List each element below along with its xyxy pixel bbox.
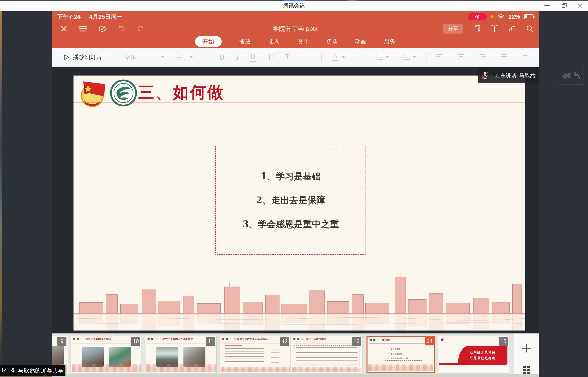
thumbnail-text-lines [225, 348, 264, 365]
slide-thumbnail-10[interactable]: 一、研究生支教团项目介绍 10 [71, 336, 142, 373]
slide-thumbnail-13[interactable]: 二、提升一体素质能力 13 [291, 336, 362, 373]
thumbnail-dashed-box [294, 345, 360, 365]
line-spacing-icon [523, 55, 527, 59]
thumbnail-rule [293, 343, 361, 343]
slide-thumbnail-12[interactable]: 一、宁夏大学支教团工作基本情况 12 [220, 336, 291, 373]
tab-services[interactable]: 服务 [384, 38, 396, 46]
slide-number-badge: 9 [57, 337, 67, 346]
subscript-button[interactable]: T. [285, 53, 290, 62]
filmstrip-side-panel [514, 333, 539, 377]
thumbnail-skyline [221, 367, 290, 372]
battery-icon [524, 14, 533, 19]
screen-recording-indicator[interactable] [468, 13, 487, 20]
redo-button[interactable] [137, 24, 145, 33]
chevron-down-icon [413, 56, 416, 58]
tab-home[interactable]: 开始 [195, 36, 222, 47]
ink-pen-button[interactable] [508, 24, 516, 33]
tab-design[interactable]: 设计 [297, 38, 309, 46]
thumbnail-rule [147, 343, 215, 343]
numbered-list-icon [403, 55, 410, 60]
mini-logo-green [297, 338, 299, 340]
font-color-label: A [333, 53, 337, 59]
toolbar-divider [426, 53, 427, 62]
reading-view-button[interactable] [490, 24, 499, 33]
slide-thumbnail-15[interactable]: 追风赶月莫停留 平芜尽处是春山 15 [438, 336, 509, 373]
tab-transition[interactable]: 切换 [326, 38, 338, 46]
thumbnail-photo [82, 347, 104, 367]
tab-animation[interactable]: 动画 [355, 38, 367, 46]
close-button[interactable] [575, 1, 585, 10]
play-icon [64, 54, 69, 60]
meeting-logo-and-back-icon [560, 70, 581, 81]
thumbnail-rule [72, 343, 140, 343]
mini-logo-red [222, 338, 224, 340]
menu-button[interactable] [79, 24, 87, 33]
minimize-button[interactable] [542, 1, 552, 10]
mini-logo-red [147, 338, 150, 340]
thumbnail-title: 一、宁夏大学支教团工作基本情况 [155, 337, 193, 341]
slide-thumbnail-11[interactable]: 一、宁夏大学支教团工作基本情况 11 [146, 336, 216, 373]
minimize-icon [544, 5, 550, 6]
wifi-icon [498, 14, 505, 20]
thumbnail-skyline [146, 364, 215, 372]
thumbnail-banner-bar [439, 363, 469, 365]
play-slideshow-button[interactable]: 播放幻灯片 [64, 48, 102, 66]
share-button[interactable]: 分享 [442, 24, 463, 34]
search-button[interactable] [526, 24, 534, 33]
copy-button[interactable] [473, 24, 481, 33]
slide-bullet-2: 2、走出去是保障 [256, 194, 325, 206]
bullet-list-button[interactable] [376, 48, 389, 66]
slide-number-badge: 12 [280, 337, 289, 346]
chevron-down-icon [190, 56, 193, 58]
align-right-icon [480, 54, 486, 60]
thumbnail-skyline [72, 364, 141, 372]
thumbnail-title: 一、宁夏大学支教团工作基本情况 [229, 337, 268, 341]
city-skyline-illustration [73, 272, 525, 330]
banner-line-2: 平芜尽处是春山 [470, 356, 496, 360]
slide-title: 三、如何做 [138, 82, 225, 103]
thumbnail-dashed-box: 1、学习是基础 2、走出去是保障 3、学会感恩是重中之重 [385, 347, 422, 361]
record-icon [475, 15, 479, 19]
slide-canvas: 三、如何做 1、学习是基础 2、走出去是保障 3、学会感恩是重中之重 [52, 67, 539, 333]
restore-button[interactable] [558, 1, 569, 10]
align-justify-button[interactable] [501, 48, 507, 66]
bold-button[interactable]: B [219, 53, 225, 61]
align-right-button[interactable] [480, 48, 486, 66]
star-icon [440, 337, 446, 342]
thumbnail-skyline [292, 367, 362, 372]
university-logo [110, 79, 137, 107]
align-justify-icon [501, 54, 507, 60]
toolbar-divider [365, 53, 366, 62]
slide-thumbnail-14-selected[interactable]: 三、如何做 1、学习是基础 2、走出去是保障 3、学会感恩是重中之重 14 [366, 336, 435, 373]
mic-level-icon [11, 367, 16, 374]
align-center-button[interactable] [458, 48, 464, 66]
align-left-button[interactable] [437, 48, 442, 66]
undo-button[interactable] [117, 24, 126, 33]
tab-play[interactable]: 播放 [239, 38, 251, 46]
slide-number-badge: 15 [499, 337, 508, 346]
toolbar-divider [321, 53, 322, 62]
line-spacing-button[interactable] [523, 48, 527, 66]
italic-button[interactable]: I [236, 53, 239, 61]
slide-number-badge: 10 [131, 337, 140, 346]
screen-share-banner: 马欣然的屏幕共享 [0, 365, 66, 376]
thumbnail-skyline [368, 365, 433, 371]
plus-icon [522, 344, 531, 353]
close-document-button[interactable] [60, 24, 68, 33]
redo-icon [137, 25, 145, 32]
slide-text-box[interactable]: 1、学习是基础 2、走出去是保障 3、学会感恩是重中之重 [215, 146, 366, 255]
superscript-button[interactable]: T+ [267, 53, 273, 61]
font-size-dropdown[interactable]: 字号 [175, 48, 193, 66]
meeting-floating-controls[interactable] [558, 66, 584, 85]
font-family-dropdown[interactable]: 字体 [125, 48, 164, 66]
current-slide[interactable]: 三、如何做 1、学习是基础 2、走出去是保障 3、学会感恩是重中之重 [73, 75, 525, 330]
numbered-list-button[interactable] [403, 48, 416, 66]
tab-insert[interactable]: 插入 [268, 38, 280, 46]
status-date: 4月25日周一 [89, 13, 123, 21]
battery-percent: 22% [509, 13, 520, 20]
cloud-save-button[interactable] [98, 24, 106, 33]
close-document-icon [61, 25, 67, 32]
add-slide-button[interactable] [514, 341, 539, 355]
font-color-button[interactable]: A [332, 48, 345, 66]
underline-button[interactable]: U [250, 53, 256, 62]
